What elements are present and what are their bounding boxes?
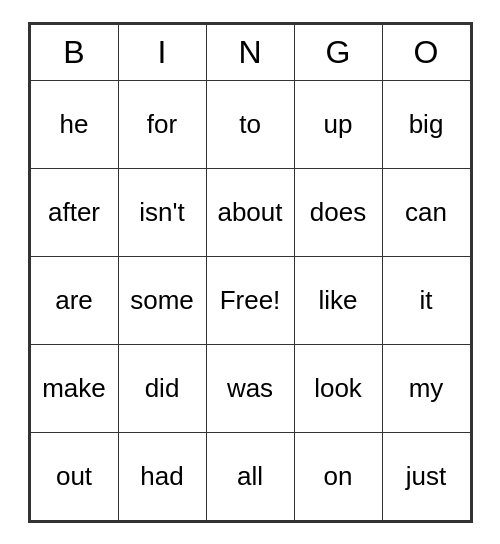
cell-r3-c3: look [294,344,382,432]
header-cell-g: G [294,24,382,80]
cell-r0-c2: to [206,80,294,168]
cell-r4-c2: all [206,432,294,520]
table-row: hefortoupbig [30,80,470,168]
cell-r0-c4: big [382,80,470,168]
bingo-card: BINGO hefortoupbigafterisn'taboutdoescan… [28,22,473,523]
cell-r3-c4: my [382,344,470,432]
header-cell-b: B [30,24,118,80]
header-cell-i: I [118,24,206,80]
cell-r4-c3: on [294,432,382,520]
cell-r0-c3: up [294,80,382,168]
cell-r1-c0: after [30,168,118,256]
cell-r2-c2: Free! [206,256,294,344]
cell-r1-c1: isn't [118,168,206,256]
header-cell-n: N [206,24,294,80]
bingo-table: BINGO hefortoupbigafterisn'taboutdoescan… [30,24,471,521]
cell-r2-c1: some [118,256,206,344]
cell-r4-c0: out [30,432,118,520]
header-cell-o: O [382,24,470,80]
cell-r2-c3: like [294,256,382,344]
cell-r3-c1: did [118,344,206,432]
cell-r1-c3: does [294,168,382,256]
table-row: makedidwaslookmy [30,344,470,432]
table-row: afterisn'taboutdoescan [30,168,470,256]
cell-r2-c4: it [382,256,470,344]
table-row: outhadallonjust [30,432,470,520]
header-row: BINGO [30,24,470,80]
cell-r1-c4: can [382,168,470,256]
cell-r3-c2: was [206,344,294,432]
cell-r4-c4: just [382,432,470,520]
cell-r1-c2: about [206,168,294,256]
cell-r3-c0: make [30,344,118,432]
cell-r0-c0: he [30,80,118,168]
cell-r0-c1: for [118,80,206,168]
cell-r2-c0: are [30,256,118,344]
cell-r4-c1: had [118,432,206,520]
table-row: aresomeFree!likeit [30,256,470,344]
